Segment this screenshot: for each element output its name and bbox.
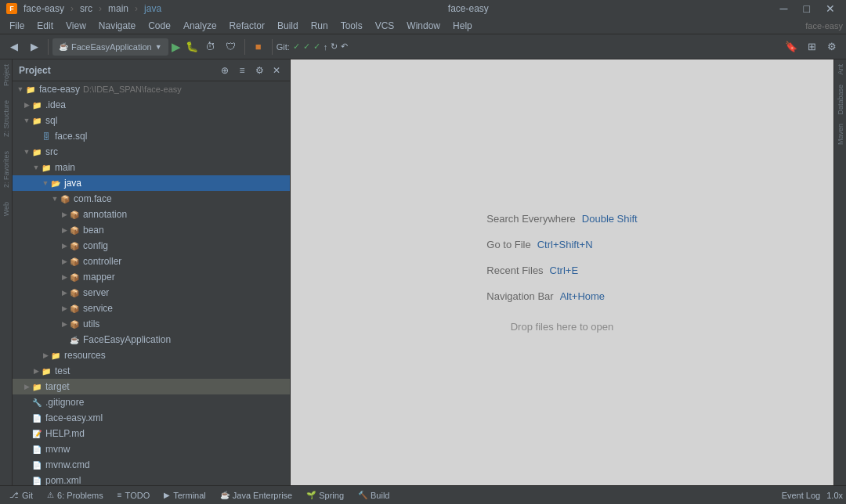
- tree-item-java[interactable]: ▼ 📂 java: [13, 175, 290, 191]
- tree-item-comface[interactable]: ▼ 📦 com.face: [13, 191, 290, 207]
- bottom-tab-git[interactable]: ⎇ Git: [3, 487, 39, 504]
- arrow-target: ▶: [22, 382, 31, 391]
- todo-tab-label: TODO: [125, 491, 150, 500]
- split-button[interactable]: ⊞: [802, 38, 821, 56]
- terminal-tab-icon: ▶: [164, 491, 170, 499]
- maximize-button[interactable]: □: [799, 1, 815, 16]
- panel-sync-button[interactable]: ⊕: [218, 63, 232, 77]
- spring-tab-label: Spring: [319, 491, 344, 500]
- run-button[interactable]: ▶: [170, 40, 183, 54]
- tree-item-faceapp[interactable]: ☕ FaceEasyApplication: [13, 332, 290, 347]
- tree-item-mvnw[interactable]: 📄 mvnw: [13, 441, 290, 457]
- tree-item-bean[interactable]: ▶ 📦 bean: [13, 222, 290, 238]
- tree-item-annotation[interactable]: ▶ 📦 annotation: [13, 207, 290, 222]
- menu-build[interactable]: Build: [271, 17, 305, 34]
- hint-search: Search Everywhere Double Shift: [486, 213, 637, 225]
- menu-refactor[interactable]: Refactor: [223, 17, 271, 34]
- git-refresh[interactable]: ↻: [331, 41, 338, 52]
- tree-item-faceeasyxml[interactable]: 📄 face-easy.xml: [13, 410, 290, 426]
- tree-item-mvnwcmd[interactable]: 📄 mvnw.cmd: [13, 457, 290, 473]
- tree-item-helpmd[interactable]: 📝 HELP.md: [13, 426, 290, 441]
- bottom-tab-terminal[interactable]: ▶ Terminal: [157, 487, 212, 504]
- tree-item-resources[interactable]: ▶ 📁 resources: [13, 347, 290, 363]
- tree-item-gitignore[interactable]: 🔧 .gitignore: [13, 394, 290, 410]
- debug-button[interactable]: 🐛: [184, 41, 200, 52]
- project-panel: Project ⊕ ≡ ⚙ ✕ ▼ 📁 face-easy D:\IDEA_SP…: [13, 59, 291, 485]
- bottom-tab-spring[interactable]: 🌱 Spring: [300, 487, 350, 504]
- close-button[interactable]: ✕: [821, 1, 840, 16]
- run-config-selector[interactable]: ☕ FaceEasyApplication ▼: [52, 38, 168, 56]
- file-icon-mvnw: 📄: [31, 444, 42, 455]
- stop-button[interactable]: ■: [249, 38, 268, 56]
- toolbar-sep-2: [244, 39, 245, 55]
- terminal-tab-label: Terminal: [173, 491, 206, 500]
- tree-item-service[interactable]: ▶ 📦 service: [13, 301, 290, 316]
- menu-tools[interactable]: Tools: [334, 17, 369, 34]
- file-icon-mvnwcmd: 📄: [31, 459, 42, 470]
- menu-vcs[interactable]: VCS: [369, 17, 401, 34]
- menu-help[interactable]: Help: [446, 17, 479, 34]
- git-revert[interactable]: ↶: [341, 41, 348, 52]
- tree-item-test[interactable]: ▶ 📁 test: [13, 363, 290, 379]
- package-icon-bean: 📦: [69, 225, 80, 236]
- sidebar-tab-structure[interactable]: Z: Structure: [1, 95, 12, 142]
- toolbar-right: 🔖 ⊞ ⚙: [782, 38, 841, 56]
- tree-item-mapper[interactable]: ▶ 📦 mapper: [13, 269, 290, 285]
- bottom-tab-build[interactable]: 🔨 Build: [352, 487, 396, 504]
- window-controls: ─ □ ✕: [776, 1, 840, 16]
- event-log-label[interactable]: Event Log: [782, 491, 821, 500]
- tree-item-config[interactable]: ▶ 📦 config: [13, 238, 290, 254]
- sidebar-right-maven[interactable]: Maven: [835, 122, 846, 146]
- tree-item-facesql[interactable]: 🗄 face.sql: [13, 128, 290, 144]
- bottom-tab-todo[interactable]: ≡ TODO: [111, 487, 156, 504]
- label-main: main: [55, 162, 75, 173]
- tree-item-server[interactable]: ▶ 📦 server: [13, 285, 290, 301]
- tree-item-pomxml[interactable]: 📄 pom.xml: [13, 473, 290, 485]
- menu-edit[interactable]: Edit: [31, 17, 60, 34]
- tree-item-sql[interactable]: ▼ 📁 sql: [13, 113, 290, 128]
- sidebar-tab-web[interactable]: Web: [1, 197, 12, 221]
- panel-actions: ⊕ ≡ ⚙ ✕: [218, 63, 284, 77]
- tree-item-idea[interactable]: ▶ 📁 .idea: [13, 97, 290, 113]
- left-sidebar-tabs: Project Z: Structure 2: Favorites Web: [0, 59, 13, 485]
- panel-close-button[interactable]: ✕: [269, 63, 284, 77]
- git-icon-gitignore: 🔧: [31, 397, 42, 408]
- bottom-tab-problems[interactable]: ⚠ 6: Problems: [41, 487, 110, 504]
- breadcrumb-java[interactable]: java: [144, 3, 161, 14]
- tree-item-controller[interactable]: ▶ 📦 controller: [13, 254, 290, 269]
- tree-item-target[interactable]: ▶ 📁 target: [13, 379, 290, 394]
- menu-view[interactable]: View: [60, 17, 92, 34]
- hint-navbar-shortcut: Alt+Home: [560, 290, 605, 302]
- breadcrumb-src[interactable]: src: [80, 3, 92, 14]
- tree-item-root[interactable]: ▼ 📁 face-easy D:\IDEA_SPAN\face-easy: [13, 81, 290, 97]
- menu-analyze[interactable]: Analyze: [177, 17, 223, 34]
- label-bean: bean: [83, 225, 104, 236]
- tree-item-utils[interactable]: ▶ 📦 utils: [13, 316, 290, 332]
- panel-collapse-button[interactable]: ≡: [235, 63, 249, 77]
- sidebar-tab-favorites[interactable]: 2: Favorites: [1, 146, 12, 193]
- minimize-button[interactable]: ─: [776, 1, 793, 16]
- sidebar-right-ant[interactable]: Ant: [835, 63, 846, 77]
- bottom-tab-javaenterprise[interactable]: ☕ Java Enterprise: [214, 487, 298, 504]
- panel-settings-button[interactable]: ⚙: [252, 63, 266, 77]
- coverage-button[interactable]: 🛡: [222, 38, 240, 56]
- drop-hint-area: Drop files here to open: [511, 321, 614, 333]
- breadcrumb-main[interactable]: main: [108, 3, 128, 14]
- bookmark-button[interactable]: 🔖: [782, 38, 801, 56]
- git-check-2: ✓: [303, 41, 310, 52]
- git-arrow-up[interactable]: ↑: [324, 42, 328, 52]
- menu-run[interactable]: Run: [305, 17, 334, 34]
- sidebar-right-database[interactable]: Database: [835, 83, 846, 117]
- settings-button[interactable]: ⚙: [822, 38, 841, 56]
- back-button[interactable]: ◀: [5, 38, 24, 56]
- menu-code[interactable]: Code: [142, 17, 177, 34]
- tree-item-src[interactable]: ▼ 📁 src: [13, 144, 290, 160]
- menu-navigate[interactable]: Navigate: [92, 17, 142, 34]
- tree-item-main[interactable]: ▼ 📁 main: [13, 160, 290, 175]
- sidebar-tab-project[interactable]: Project: [1, 59, 12, 91]
- profile-button[interactable]: ⏱: [201, 38, 220, 56]
- menu-window[interactable]: Window: [400, 17, 446, 34]
- menu-file[interactable]: File: [3, 17, 31, 34]
- forward-button[interactable]: ▶: [25, 38, 44, 56]
- label-service: service: [83, 303, 113, 314]
